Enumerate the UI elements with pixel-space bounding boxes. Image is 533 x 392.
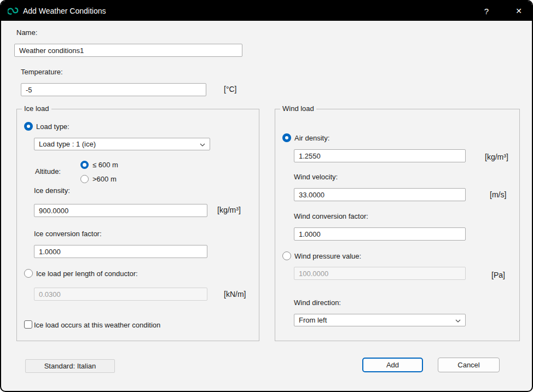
temperature-input[interactable] bbox=[21, 83, 206, 96]
chevron-down-icon bbox=[200, 140, 205, 148]
load-type-radio[interactable] bbox=[24, 122, 33, 131]
air-density-input[interactable] bbox=[294, 149, 466, 162]
help-button[interactable]: ? bbox=[474, 1, 499, 21]
altitude-gt600-label: >600 m bbox=[92, 175, 117, 183]
wind-load-group-title: Wind load bbox=[280, 104, 316, 113]
wind-direction-dropdown[interactable]: From left bbox=[294, 314, 466, 326]
close-button[interactable]: ✕ bbox=[505, 1, 533, 21]
ice-density-unit: [kg/m³] bbox=[217, 206, 241, 214]
altitude-label: Altitude: bbox=[35, 167, 61, 175]
chevron-down-icon bbox=[455, 316, 461, 324]
air-density-label: Air density: bbox=[294, 134, 329, 142]
name-input[interactable] bbox=[14, 44, 242, 57]
air-density-unit: [kg/m³] bbox=[485, 153, 508, 161]
ice-load-group-title: Ice load bbox=[22, 104, 51, 113]
add-weather-conditions-dialog: Add Weather Conditions ? ✕ Name: Tempera… bbox=[0, 0, 533, 392]
load-type-dropdown-value: Load type : 1 (ice) bbox=[39, 140, 96, 148]
name-label: Name: bbox=[16, 28, 37, 37]
temperature-unit: [°C] bbox=[224, 85, 237, 93]
ice-load-per-length-input bbox=[34, 288, 207, 301]
app-logo-icon bbox=[8, 5, 19, 16]
temperature-label: Temperature: bbox=[21, 68, 63, 76]
window-title: Add Weather Conditions bbox=[23, 1, 106, 21]
ice-conversion-factor-label: Ice conversion factor: bbox=[34, 230, 102, 238]
wind-conversion-factor-label: Wind conversion factor: bbox=[294, 212, 368, 220]
ice-load-per-length-label: Ice load per length of conductor: bbox=[36, 270, 138, 278]
standard-button[interactable]: Standard: Italian bbox=[25, 359, 115, 373]
ice-density-input[interactable] bbox=[34, 204, 207, 217]
wind-pressure-radio[interactable] bbox=[282, 251, 291, 260]
ice-load-occurs-label: Ice load occurs at this weather conditio… bbox=[34, 321, 160, 329]
ice-density-label: Ice density: bbox=[34, 186, 70, 195]
wind-velocity-input[interactable] bbox=[294, 188, 466, 201]
altitude-le600-radio[interactable] bbox=[80, 161, 89, 169]
load-type-label: Load type: bbox=[36, 122, 69, 131]
ice-conversion-factor-input[interactable] bbox=[34, 245, 207, 258]
wind-direction-dropdown-value: From left bbox=[299, 316, 327, 324]
wind-conversion-factor-input[interactable] bbox=[294, 227, 466, 241]
wind-velocity-label: Wind velocity: bbox=[294, 173, 338, 181]
load-type-dropdown[interactable]: Load type : 1 (ice) bbox=[34, 138, 210, 150]
altitude-le600-label: ≤ 600 m bbox=[92, 161, 118, 169]
titlebar: Add Weather Conditions ? ✕ bbox=[1, 1, 532, 21]
wind-pressure-unit: [Pa] bbox=[491, 271, 505, 279]
cancel-button[interactable]: Cancel bbox=[438, 358, 500, 372]
ice-load-occurs-checkbox[interactable] bbox=[24, 320, 32, 329]
ice-load-per-length-radio[interactable] bbox=[24, 269, 33, 278]
wind-pressure-label: Wind pressure value: bbox=[294, 252, 361, 260]
air-density-radio[interactable] bbox=[282, 133, 291, 142]
wind-pressure-input bbox=[294, 267, 466, 280]
wind-direction-label: Wind direction: bbox=[294, 299, 341, 307]
wind-velocity-unit: [m/s] bbox=[490, 190, 506, 199]
ice-load-per-length-unit: [kN/m] bbox=[224, 290, 246, 299]
altitude-gt600-radio[interactable] bbox=[80, 175, 89, 183]
add-button[interactable]: Add bbox=[362, 358, 423, 372]
